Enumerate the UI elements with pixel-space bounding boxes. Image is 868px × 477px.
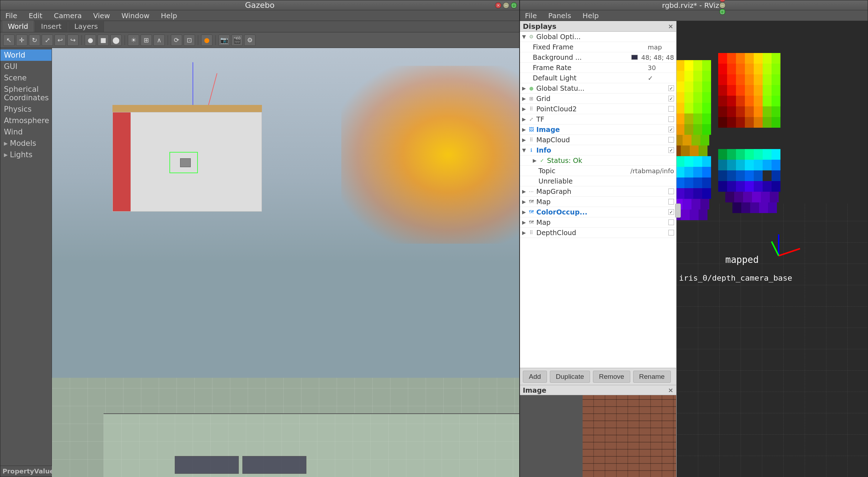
map2-checkbox[interactable] bbox=[668, 219, 674, 225]
pointcloud2-row[interactable]: ▶ ⠿ PointCloud2 bbox=[520, 104, 676, 114]
mapcloud-row[interactable]: ▶ ⠿ MapCloud bbox=[520, 135, 676, 145]
topic-row[interactable]: Topic /rtabmap/info bbox=[520, 166, 676, 176]
scale-tool[interactable]: ⤢ bbox=[42, 35, 53, 46]
sidebar-item-models[interactable]: ▶ Models bbox=[0, 138, 52, 149]
rviz-menu-file[interactable]: File bbox=[523, 11, 539, 21]
svg-rect-28 bbox=[677, 92, 684, 103]
displays-close-icon[interactable]: × bbox=[668, 22, 673, 30]
camera-icon[interactable]: 📷 bbox=[219, 35, 230, 46]
maximize-button[interactable]: □ bbox=[511, 2, 517, 9]
grid-checkbox[interactable] bbox=[668, 96, 674, 101]
pointcloud2-expand: ▶ bbox=[522, 106, 528, 112]
global-status-checkbox[interactable] bbox=[668, 85, 674, 91]
coloroccup-row[interactable]: ▶ 🗺 ColorOccup... bbox=[520, 207, 676, 217]
menu-window[interactable]: Window bbox=[119, 11, 152, 21]
svg-rect-100 bbox=[702, 188, 711, 199]
sphere-tool[interactable]: ● bbox=[85, 35, 96, 46]
coloroccup-checkbox[interactable] bbox=[668, 209, 674, 215]
image-row[interactable]: ▶ 🖼 Image bbox=[520, 124, 676, 135]
fixed-frame-row[interactable]: Fixed Frame map bbox=[520, 42, 676, 52]
sidebar-item-world[interactable]: World bbox=[0, 49, 52, 61]
image-panel-close-icon[interactable]: × bbox=[668, 386, 673, 394]
background-row[interactable]: Background ... 48; 48; 48 bbox=[520, 52, 676, 63]
box-tool[interactable]: ■ bbox=[98, 35, 109, 46]
remove-button[interactable]: Remove bbox=[593, 371, 630, 383]
svg-rect-47 bbox=[702, 113, 711, 124]
global-options-row[interactable]: ▼ ⚙ Global Opti... bbox=[520, 32, 676, 42]
image-label: Image bbox=[536, 126, 668, 133]
building-tool[interactable]: ⊡ bbox=[184, 35, 195, 46]
settings-btn[interactable]: ⚙ bbox=[244, 35, 256, 46]
sun-tool[interactable]: ☀ bbox=[128, 35, 139, 46]
map-row-1[interactable]: ▶ 🗺 Map bbox=[520, 197, 676, 207]
brick-texture bbox=[583, 395, 676, 477]
rename-button[interactable]: Rename bbox=[633, 371, 671, 383]
mapgraph-checkbox[interactable] bbox=[668, 189, 674, 194]
select-tool[interactable]: ↖ bbox=[3, 35, 15, 46]
default-light-row[interactable]: Default Light ✓ bbox=[520, 73, 676, 83]
sidebar-item-lights[interactable]: ▶ Lights bbox=[0, 149, 52, 160]
grid-row[interactable]: ▶ ⊞ Grid bbox=[520, 94, 676, 104]
grid-tool[interactable]: ⊞ bbox=[141, 35, 152, 46]
rotate-tool[interactable]: ↻ bbox=[29, 35, 40, 46]
sidebar-item-gui[interactable]: GUI bbox=[0, 61, 52, 72]
image-checkbox[interactable] bbox=[668, 127, 674, 132]
svg-rect-125 bbox=[754, 64, 763, 74]
svg-rect-178 bbox=[727, 170, 736, 181]
sidebar-item-spherical[interactable]: Spherical Coordinates bbox=[0, 84, 52, 104]
add-button[interactable]: Add bbox=[523, 371, 547, 383]
depthcloud-row[interactable]: ▶ ⠿ DepthCloud bbox=[520, 228, 676, 238]
translate-tool[interactable]: ✛ bbox=[16, 35, 27, 46]
rviz-menu-panels[interactable]: Panels bbox=[546, 11, 573, 21]
rviz-close-button[interactable]: × bbox=[719, 0, 726, 2]
tab-world[interactable]: World bbox=[2, 20, 34, 32]
undo-button[interactable]: ↩ bbox=[54, 35, 66, 46]
menu-file[interactable]: File bbox=[3, 11, 19, 21]
sidebar-gui-label: GUI bbox=[4, 62, 17, 71]
sidebar-item-physics[interactable]: Physics bbox=[0, 104, 52, 115]
minimize-button[interactable]: − bbox=[503, 2, 509, 9]
tf-checkbox[interactable] bbox=[668, 116, 674, 122]
cylinder-tool[interactable]: ⬤ bbox=[110, 35, 122, 46]
tf-row[interactable]: ▶ ⤢ TF bbox=[520, 114, 676, 124]
svg-rect-124 bbox=[745, 64, 754, 74]
menu-view[interactable]: View bbox=[91, 11, 112, 21]
mapcloud-checkbox[interactable] bbox=[668, 137, 674, 143]
screenshot-btn[interactable]: 🎬 bbox=[231, 35, 243, 46]
sidebar-item-wind[interactable]: Wind bbox=[0, 126, 52, 138]
menu-camera[interactable]: Camera bbox=[52, 11, 84, 21]
sidebar-item-scene[interactable]: Scene bbox=[0, 72, 52, 84]
svg-rect-38 bbox=[693, 103, 702, 113]
frame-rate-row[interactable]: Frame Rate 30 bbox=[520, 63, 676, 73]
svg-rect-146 bbox=[754, 96, 763, 106]
tab-insert[interactable]: Insert bbox=[35, 20, 67, 32]
menu-edit[interactable]: Edit bbox=[26, 11, 44, 21]
redo-button[interactable]: ↪ bbox=[67, 35, 79, 46]
mapcloud-label: MapCloud bbox=[536, 136, 668, 144]
depthcloud-checkbox[interactable] bbox=[668, 230, 674, 235]
info-checkbox[interactable] bbox=[668, 147, 674, 153]
tab-layers[interactable]: Layers bbox=[68, 20, 104, 32]
gazebo-viewport[interactable] bbox=[52, 48, 519, 477]
rviz-maximize-button[interactable]: □ bbox=[719, 9, 726, 15]
menu-help[interactable]: Help bbox=[159, 11, 179, 21]
joint-tool[interactable]: ⟳ bbox=[171, 35, 182, 46]
map1-checkbox[interactable] bbox=[668, 199, 674, 205]
close-button[interactable]: × bbox=[495, 2, 501, 9]
depth-cloud-visualization: mapped iris_0/depth_camera_base bbox=[677, 49, 850, 298]
map2-expand: ▶ bbox=[522, 219, 528, 225]
unreliable-row[interactable]: Unreliable bbox=[520, 176, 676, 186]
global-status-row[interactable]: ▶ ● Global Statu... bbox=[520, 83, 676, 94]
duplicate-button[interactable]: Duplicate bbox=[550, 371, 590, 383]
sidebar-item-atmosphere[interactable]: Atmosphere bbox=[0, 115, 52, 126]
panel-resizer[interactable]: ‹ bbox=[675, 203, 681, 218]
record-tool[interactable]: ● bbox=[201, 35, 212, 46]
rviz-viewport[interactable]: mapped iris_0/depth_camera_base bbox=[677, 21, 868, 477]
measure-tool[interactable]: ∧ bbox=[153, 35, 165, 46]
info-row[interactable]: ▼ ℹ Info bbox=[520, 145, 676, 155]
rviz-menu-help[interactable]: Help bbox=[580, 11, 601, 21]
pointcloud2-checkbox[interactable] bbox=[668, 106, 674, 112]
rviz-minimize-button[interactable]: − bbox=[719, 2, 726, 9]
mapgraph-row[interactable]: ▶ ⋯ MapGraph bbox=[520, 186, 676, 197]
map-row-2[interactable]: ▶ 🗺 Map bbox=[520, 217, 676, 228]
